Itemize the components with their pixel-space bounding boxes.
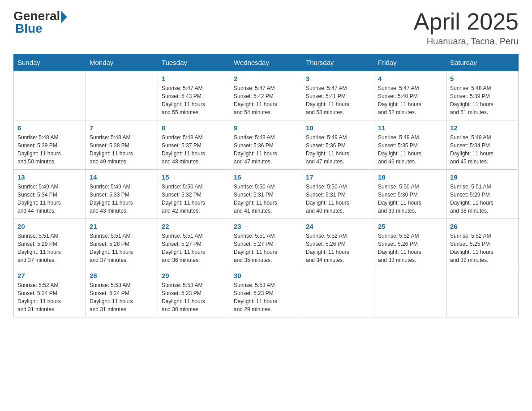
day-number: 26 [450, 223, 515, 230]
day-number: 7 [90, 124, 154, 132]
day-number: 1 [162, 75, 226, 82]
calendar-cell: 25Sunrise: 5:52 AMSunset: 5:26 PMDayligh… [374, 219, 446, 268]
calendar-cell: 1Sunrise: 5:47 AMSunset: 5:43 PMDaylight… [158, 71, 230, 120]
day-info: Sunrise: 5:48 AMSunset: 5:37 PMDaylight:… [162, 133, 226, 166]
page-header: General Blue April 2025 Huanuara, Tacna,… [13, 9, 519, 47]
calendar-week-1: 1Sunrise: 5:47 AMSunset: 5:43 PMDaylight… [14, 71, 519, 120]
calendar-week-3: 13Sunrise: 5:49 AMSunset: 5:34 PMDayligh… [14, 170, 519, 219]
day-number: 28 [90, 272, 154, 279]
day-info: Sunrise: 5:52 AMSunset: 5:25 PMDaylight:… [450, 232, 515, 264]
day-number: 11 [378, 124, 442, 132]
day-number: 20 [17, 223, 82, 230]
calendar-cell: 8Sunrise: 5:48 AMSunset: 5:37 PMDaylight… [158, 120, 230, 170]
logo-arrow-icon [61, 11, 67, 23]
calendar-week-2: 6Sunrise: 5:48 AMSunset: 5:39 PMDaylight… [14, 120, 519, 170]
calendar-cell [446, 268, 519, 317]
day-number: 8 [162, 124, 226, 132]
calendar-cell: 2Sunrise: 5:47 AMSunset: 5:42 PMDaylight… [230, 71, 302, 120]
calendar-cell: 9Sunrise: 5:48 AMSunset: 5:36 PMDaylight… [230, 120, 302, 170]
day-info: Sunrise: 5:52 AMSunset: 5:26 PMDaylight:… [378, 232, 442, 264]
calendar-cell: 22Sunrise: 5:51 AMSunset: 5:27 PMDayligh… [158, 219, 230, 268]
calendar-cell: 26Sunrise: 5:52 AMSunset: 5:25 PMDayligh… [446, 219, 519, 268]
day-info: Sunrise: 5:53 AMSunset: 5:23 PMDaylight:… [162, 281, 226, 313]
calendar-cell: 7Sunrise: 5:48 AMSunset: 5:38 PMDaylight… [86, 120, 158, 170]
day-number: 17 [306, 173, 370, 181]
weekday-header-wednesday: Wednesday [230, 54, 302, 71]
day-info: Sunrise: 5:50 AMSunset: 5:30 PMDaylight:… [378, 183, 442, 215]
title-block: April 2025 Huanuara, Tacna, Peru [414, 9, 519, 47]
day-info: Sunrise: 5:50 AMSunset: 5:31 PMDaylight:… [306, 183, 370, 215]
calendar-cell: 21Sunrise: 5:51 AMSunset: 5:28 PMDayligh… [86, 219, 158, 268]
day-number: 15 [162, 173, 226, 181]
day-info: Sunrise: 5:48 AMSunset: 5:39 PMDaylight:… [17, 133, 82, 166]
calendar-cell: 18Sunrise: 5:50 AMSunset: 5:30 PMDayligh… [374, 170, 446, 219]
day-number: 13 [17, 173, 82, 181]
day-number: 4 [378, 75, 442, 82]
calendar-cell [86, 71, 158, 120]
page-subtitle: Huanuara, Tacna, Peru [414, 36, 519, 47]
calendar-cell: 24Sunrise: 5:52 AMSunset: 5:26 PMDayligh… [302, 219, 374, 268]
day-info: Sunrise: 5:49 AMSunset: 5:34 PMDaylight:… [17, 183, 82, 215]
calendar-cell: 29Sunrise: 5:53 AMSunset: 5:23 PMDayligh… [158, 268, 230, 317]
day-info: Sunrise: 5:51 AMSunset: 5:28 PMDaylight:… [90, 232, 154, 264]
calendar-cell [374, 268, 446, 317]
day-number: 10 [306, 124, 370, 132]
day-info: Sunrise: 5:49 AMSunset: 5:35 PMDaylight:… [378, 133, 442, 166]
day-number: 18 [378, 173, 442, 181]
day-number: 21 [90, 223, 154, 230]
day-number: 22 [162, 223, 226, 230]
day-info: Sunrise: 5:47 AMSunset: 5:40 PMDaylight:… [378, 84, 442, 116]
day-info: Sunrise: 5:50 AMSunset: 5:31 PMDaylight:… [234, 183, 298, 215]
weekday-header-friday: Friday [374, 54, 446, 71]
calendar-cell: 3Sunrise: 5:47 AMSunset: 5:41 PMDaylight… [302, 71, 374, 120]
day-number: 23 [234, 223, 298, 230]
day-info: Sunrise: 5:51 AMSunset: 5:27 PMDaylight:… [234, 232, 298, 264]
calendar-cell: 16Sunrise: 5:50 AMSunset: 5:31 PMDayligh… [230, 170, 302, 219]
day-info: Sunrise: 5:48 AMSunset: 5:39 PMDaylight:… [450, 84, 515, 116]
day-info: Sunrise: 5:53 AMSunset: 5:24 PMDaylight:… [90, 281, 154, 313]
logo: General Blue [13, 9, 67, 36]
day-number: 3 [306, 75, 370, 82]
weekday-header-tuesday: Tuesday [158, 54, 230, 71]
calendar-cell: 14Sunrise: 5:49 AMSunset: 5:33 PMDayligh… [86, 170, 158, 219]
day-number: 19 [450, 173, 515, 181]
day-number: 25 [378, 223, 442, 230]
page-title: April 2025 [414, 9, 519, 34]
day-number: 16 [234, 173, 298, 181]
day-info: Sunrise: 5:52 AMSunset: 5:26 PMDaylight:… [306, 232, 370, 264]
calendar-cell: 17Sunrise: 5:50 AMSunset: 5:31 PMDayligh… [302, 170, 374, 219]
calendar-cell: 30Sunrise: 5:53 AMSunset: 5:23 PMDayligh… [230, 268, 302, 317]
calendar-week-5: 27Sunrise: 5:52 AMSunset: 5:24 PMDayligh… [14, 268, 519, 317]
day-number: 24 [306, 223, 370, 230]
calendar-cell: 27Sunrise: 5:52 AMSunset: 5:24 PMDayligh… [14, 268, 86, 317]
day-info: Sunrise: 5:52 AMSunset: 5:24 PMDaylight:… [17, 281, 82, 313]
day-number: 6 [17, 124, 82, 132]
day-number: 29 [162, 272, 226, 279]
weekday-header-sunday: Sunday [14, 54, 86, 71]
day-info: Sunrise: 5:51 AMSunset: 5:27 PMDaylight:… [162, 232, 226, 264]
day-number: 2 [234, 75, 298, 82]
calendar-table: SundayMondayTuesdayWednesdayThursdayFrid… [13, 54, 519, 317]
day-info: Sunrise: 5:49 AMSunset: 5:33 PMDaylight:… [90, 183, 154, 215]
calendar-cell: 10Sunrise: 5:49 AMSunset: 5:36 PMDayligh… [302, 120, 374, 170]
calendar-cell: 28Sunrise: 5:53 AMSunset: 5:24 PMDayligh… [86, 268, 158, 317]
day-info: Sunrise: 5:53 AMSunset: 5:23 PMDaylight:… [234, 281, 298, 313]
day-info: Sunrise: 5:51 AMSunset: 5:29 PMDaylight:… [450, 183, 515, 215]
calendar-cell: 5Sunrise: 5:48 AMSunset: 5:39 PMDaylight… [446, 71, 519, 120]
calendar-cell: 4Sunrise: 5:47 AMSunset: 5:40 PMDaylight… [374, 71, 446, 120]
day-info: Sunrise: 5:50 AMSunset: 5:32 PMDaylight:… [162, 183, 226, 215]
day-number: 27 [17, 272, 82, 279]
day-number: 12 [450, 124, 515, 132]
calendar-cell: 23Sunrise: 5:51 AMSunset: 5:27 PMDayligh… [230, 219, 302, 268]
calendar-cell: 13Sunrise: 5:49 AMSunset: 5:34 PMDayligh… [14, 170, 86, 219]
day-info: Sunrise: 5:47 AMSunset: 5:43 PMDaylight:… [162, 84, 226, 116]
day-number: 9 [234, 124, 298, 132]
calendar-week-4: 20Sunrise: 5:51 AMSunset: 5:29 PMDayligh… [14, 219, 519, 268]
logo-blue-text: Blue [15, 21, 43, 36]
calendar-cell [14, 71, 86, 120]
day-info: Sunrise: 5:49 AMSunset: 5:36 PMDaylight:… [306, 133, 370, 166]
day-number: 30 [234, 272, 298, 279]
calendar-cell [302, 268, 374, 317]
day-info: Sunrise: 5:48 AMSunset: 5:38 PMDaylight:… [90, 133, 154, 166]
day-info: Sunrise: 5:49 AMSunset: 5:34 PMDaylight:… [450, 133, 515, 166]
